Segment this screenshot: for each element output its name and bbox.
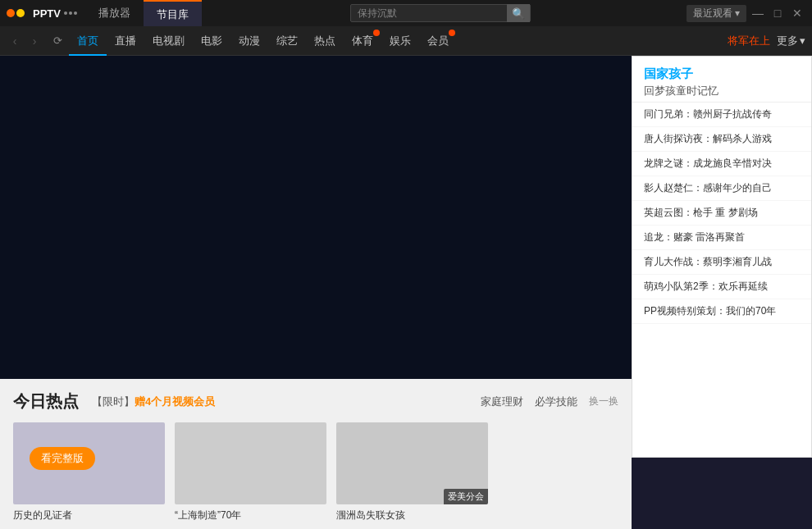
hotpoint-promo: 【限时】赠4个月视频会员 <box>92 394 215 409</box>
video-card-2[interactable]: “上海制造”70年 <box>175 422 326 522</box>
dropdown-title[interactable]: 国家孩子 <box>644 66 800 82</box>
logo: PPTV <box>7 5 61 21</box>
nav-arrows: ‹ › <box>7 33 43 49</box>
search-input[interactable] <box>351 7 507 19</box>
dropdown-item-2[interactable]: 龙牌之谜：成龙施良辛惜对决 <box>632 152 811 176</box>
dropdown-item-4[interactable]: 英超云图：枪手 重 梦剧场 <box>632 201 811 226</box>
video-title-1: 历史的见证者 <box>13 508 165 522</box>
title-bar: PPTV 播放器 节目库 🔍 最近观看 ▾ — □ ✕ <box>0 0 812 26</box>
dropdown-item-8[interactable]: PP视频特别策划：我们的70年 <box>632 299 811 324</box>
search-container: 🔍 <box>350 4 531 22</box>
nav-back-button[interactable]: ‹ <box>7 33 23 49</box>
refresh-button[interactable]: 换一换 <box>589 394 618 408</box>
dropdown-item-0[interactable]: 同门兄弟：赣州厨子抗战传奇 <box>632 103 811 127</box>
logo-dot-orange <box>7 9 15 17</box>
video-title-3: 涠洲岛失联女孩 <box>336 508 488 522</box>
dropdown-header: 国家孩子 回梦孩童时记忆 <box>632 57 811 103</box>
search-button[interactable]: 🔍 <box>507 4 530 22</box>
logo-dot-yellow <box>16 9 25 17</box>
menu-dots[interactable] <box>64 11 77 15</box>
video-card-3[interactable]: 爱美分会 涠洲岛失联女孩 <box>336 422 488 522</box>
nav-items: 首页 直播 电视剧 电影 动漫 综艺 热点 体育 娱乐 会员 <box>69 26 457 56</box>
watch-full-button[interactable]: 看完整版 <box>30 447 95 470</box>
nav-item-live[interactable]: 直播 <box>107 26 144 56</box>
logo-text: PPTV <box>33 7 61 20</box>
hotpoint-tags: 家庭理财 必学技能 换一换 <box>481 394 618 409</box>
dropdown-item-7[interactable]: 萌鸡小队第2季：欢乐再延续 <box>632 275 811 299</box>
logo-icon <box>7 5 30 21</box>
nav-item-sports[interactable]: 体育 <box>344 26 381 56</box>
dropdown-item-5[interactable]: 追龙：赌豪 雷洛再聚首 <box>632 226 811 250</box>
nav-item-tv[interactable]: 电视剧 <box>144 26 193 56</box>
nav-right: 将军在上 更多 ▾ <box>728 34 805 48</box>
dropdown-item-1[interactable]: 唐人街探访夜：解码杀人游戏 <box>632 127 811 152</box>
video-overlay-3: 爱美分会 <box>444 489 488 504</box>
tab-library[interactable]: 节目库 <box>144 0 202 26</box>
maximize-button[interactable]: □ <box>769 5 786 21</box>
hotpoint-title: 今日热点 <box>13 390 79 413</box>
sports-badge <box>373 30 380 36</box>
minimize-button[interactable]: — <box>750 5 766 21</box>
promo-highlight: 赠4个月视频会员 <box>135 395 215 408</box>
more-button[interactable]: 更多 ▾ <box>777 34 805 48</box>
nav-item-entertainment[interactable]: 娱乐 <box>381 26 419 56</box>
title-search: 🔍 <box>202 4 680 22</box>
recently-watched-btn[interactable]: 最近观看 ▾ <box>687 5 746 22</box>
tag-home-finance[interactable]: 家庭理财 <box>481 394 523 409</box>
main-content: 今日热点 【限时】赠4个月视频会员 家庭理财 必学技能 换一换 看完整版 历史的… <box>0 56 812 529</box>
nav-item-hot[interactable]: 热点 <box>306 26 344 56</box>
video-cards: 看完整版 历史的见证者 “上海制造”70年 爱美分会 涠洲岛失联女孩 <box>13 422 618 522</box>
vip-badge <box>449 30 455 36</box>
video-thumb-2 <box>175 422 326 504</box>
nav-item-movie[interactable]: 电影 <box>193 26 230 56</box>
title-tabs: 播放器 节目库 <box>85 0 202 26</box>
nav-bar: ‹ › ⟳ 首页 直播 电视剧 电影 动漫 综艺 热点 体育 娱乐 会员 将军在… <box>0 26 812 56</box>
tab-player[interactable]: 播放器 <box>85 0 144 26</box>
nav-item-home[interactable]: 首页 <box>69 26 107 56</box>
video-area: 今日热点 【限时】赠4个月视频会员 家庭理财 必学技能 换一换 看完整版 历史的… <box>0 56 632 529</box>
video-thumb-1: 看完整版 <box>13 422 165 504</box>
tag-skills[interactable]: 必学技能 <box>535 394 577 409</box>
video-title-2: “上海制造”70年 <box>175 508 326 522</box>
titlebar-right: 最近观看 ▾ — □ ✕ <box>687 5 805 22</box>
dropdown-subtitle: 回梦孩童时记忆 <box>644 84 800 98</box>
video-thumb-3: 爱美分会 <box>336 422 488 504</box>
hotpoint-header: 今日热点 【限时】赠4个月视频会员 家庭理财 必学技能 换一换 <box>13 390 618 413</box>
dropdown-panel: 国家孩子 回梦孩童时记忆 同门兄弟：赣州厨子抗战传奇 唐人街探访夜：解码杀人游戏… <box>632 56 812 458</box>
nav-item-vip[interactable]: 会员 <box>419 26 457 56</box>
nav-refresh-button[interactable]: ⟳ <box>49 33 66 49</box>
dropdown-item-6[interactable]: 育儿大作战：蔡明李湘育儿战 <box>632 250 811 275</box>
dropdown-item-3[interactable]: 影人赵楚仁：感谢年少的自己 <box>632 176 811 201</box>
nav-item-anime[interactable]: 动漫 <box>230 26 268 56</box>
nav-item-variety[interactable]: 综艺 <box>268 26 306 56</box>
close-button[interactable]: ✕ <box>789 5 805 21</box>
video-card-1[interactable]: 看完整版 历史的见证者 <box>13 422 165 522</box>
vip-promo-button[interactable]: 将军在上 <box>728 34 770 48</box>
dropdown-list: 同门兄弟：赣州厨子抗战传奇 唐人街探访夜：解码杀人游戏 龙牌之谜：成龙施良辛惜对… <box>632 103 811 324</box>
nav-forward-button[interactable]: › <box>26 33 43 49</box>
